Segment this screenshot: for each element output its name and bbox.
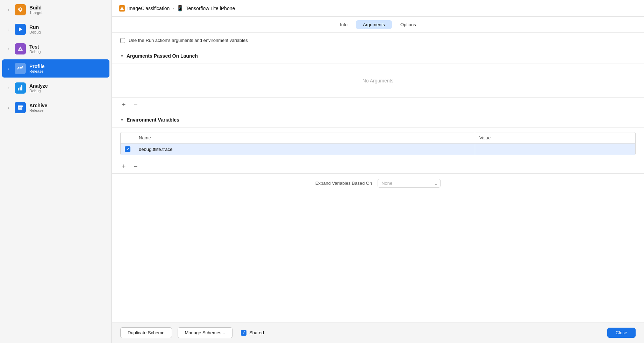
sidebar-item-analyze[interactable]: › Analyze Debug <box>2 79 109 97</box>
profile-label: Profile <box>29 64 45 69</box>
sidebar-item-profile[interactable]: › Profile Release <box>2 59 109 78</box>
expand-vars-row: Expand Variables Based On None <box>112 174 644 192</box>
col-header-value: Value <box>475 132 635 144</box>
env-var-name[interactable]: debug.tflite.trace <box>135 144 475 155</box>
add-env-var-button[interactable]: + <box>120 163 127 170</box>
analyze-label: Analyze <box>29 83 48 89</box>
run-item-text: Run Debug <box>29 24 41 34</box>
env-vars-add-remove-row: + − <box>112 159 644 174</box>
profile-icon <box>15 63 26 74</box>
chevron-right-icon: › <box>6 8 11 12</box>
chevron-right-icon: › <box>6 28 11 31</box>
sidebar-item-run[interactable]: › Run Debug <box>2 20 109 38</box>
archive-sublabel: Release <box>29 108 47 112</box>
arguments-section-header[interactable]: ▼ Arguments Passed On Launch <box>112 48 644 64</box>
shared-wrapper: Shared <box>241 330 264 336</box>
chevron-right-icon: › <box>6 47 11 51</box>
svg-rect-6 <box>21 86 22 90</box>
breadcrumb-scheme-name[interactable]: Tensorflow Lite iPhone <box>186 6 235 11</box>
arguments-chevron-icon: ▼ <box>120 54 124 58</box>
tabs-bar: Info Arguments Options <box>112 17 644 33</box>
iphone-icon: 📱 <box>177 5 184 12</box>
build-icon <box>15 4 26 15</box>
remove-env-var-button[interactable]: − <box>132 163 139 170</box>
env-vars-table-wrapper: Name Value debug.tflite.trace <box>112 132 644 155</box>
arguments-section-title: Arguments Passed On Launch <box>127 53 198 59</box>
expand-vars-label: Expand Variables Based On <box>315 181 372 186</box>
sidebar-item-build[interactable]: › Build 1 target <box>2 1 109 19</box>
profile-item-text: Profile Release <box>29 64 45 73</box>
archive-label: Archive <box>29 103 47 108</box>
no-arguments-label: No Arguments <box>112 64 644 98</box>
project-icon <box>119 5 125 12</box>
profile-sublabel: Release <box>29 69 45 73</box>
breadcrumb-separator: › <box>172 6 174 11</box>
run-icon <box>15 24 26 35</box>
duplicate-scheme-button[interactable]: Duplicate Scheme <box>120 327 172 338</box>
footer: Duplicate Scheme Manage Schemes... Share… <box>112 322 644 343</box>
breadcrumb-project-name[interactable]: ImageClassification <box>127 6 170 11</box>
run-action-checkbox[interactable] <box>120 38 125 43</box>
run-action-checkbox-row: Use the Run action's arguments and envir… <box>112 33 644 48</box>
env-row-checkbox-cell <box>121 144 135 155</box>
tab-options[interactable]: Options <box>393 20 423 29</box>
analyze-icon <box>15 82 26 94</box>
build-item-text: Build 1 target <box>29 5 42 15</box>
test-item-text: Test Debug <box>29 44 41 54</box>
env-vars-section-header[interactable]: ▼ Environment Variables <box>112 112 644 128</box>
run-label: Run <box>29 24 41 30</box>
chevron-right-icon: › <box>6 86 11 90</box>
col-header-name: Name <box>135 132 475 144</box>
sidebar-item-test[interactable]: › Test Debug <box>2 40 109 58</box>
breadcrumb: ImageClassification › 📱 Tensorflow Lite … <box>112 0 644 17</box>
analyze-sublabel: Debug <box>29 89 48 93</box>
arguments-section: ▼ Arguments Passed On Launch No Argument… <box>112 48 644 112</box>
test-icon <box>15 43 26 54</box>
chevron-right-icon: › <box>6 67 11 71</box>
svg-rect-0 <box>20 8 21 10</box>
archive-icon <box>15 102 26 113</box>
test-sublabel: Debug <box>29 50 41 54</box>
archive-item-text: Archive Release <box>29 103 47 112</box>
env-vars-section: ▼ Environment Variables Name Value <box>112 112 644 174</box>
shared-checkbox[interactable] <box>241 330 246 336</box>
svg-point-3 <box>20 49 21 50</box>
content-area: Use the Run action's arguments and envir… <box>112 33 644 322</box>
chevron-right-icon: › <box>6 106 11 110</box>
arguments-add-remove-row: + − <box>112 98 644 112</box>
env-vars-table-container: Name Value debug.tflite.trace <box>120 132 636 155</box>
svg-marker-1 <box>19 27 22 31</box>
table-row[interactable]: debug.tflite.trace <box>121 144 635 155</box>
env-vars-chevron-icon: ▼ <box>120 118 124 122</box>
remove-argument-button[interactable]: − <box>132 101 139 108</box>
svg-marker-11 <box>120 7 124 10</box>
svg-rect-8 <box>18 105 23 107</box>
breadcrumb-scheme: 📱 Tensorflow Lite iPhone <box>177 5 235 12</box>
main-content: ImageClassification › 📱 Tensorflow Lite … <box>112 0 644 343</box>
test-label: Test <box>29 44 41 50</box>
env-var-checkbox[interactable] <box>125 146 130 152</box>
run-sublabel: Debug <box>29 30 41 34</box>
env-var-value[interactable] <box>475 144 635 155</box>
env-vars-section-title: Environment Variables <box>127 117 179 123</box>
run-action-label: Use the Run action's arguments and envir… <box>129 38 248 43</box>
breadcrumb-project: ImageClassification <box>119 5 170 12</box>
env-vars-table: Name Value debug.tflite.trace <box>121 132 635 155</box>
analyze-item-text: Analyze Debug <box>29 83 48 93</box>
sidebar: › Build 1 target › Run <box>0 0 112 343</box>
svg-rect-10 <box>19 108 21 108</box>
manage-schemes-button[interactable]: Manage Schemes... <box>178 327 233 338</box>
build-sublabel: 1 target <box>29 10 42 15</box>
expand-vars-select[interactable]: None <box>378 179 441 188</box>
add-argument-button[interactable]: + <box>120 101 127 108</box>
sidebar-item-archive[interactable]: › Archive Release <box>2 98 109 117</box>
build-label: Build <box>29 5 42 10</box>
expand-vars-select-wrapper: None <box>378 179 441 188</box>
tab-info[interactable]: Info <box>333 20 355 29</box>
shared-label: Shared <box>249 330 264 335</box>
close-button[interactable]: Close <box>607 328 636 338</box>
col-header-checkbox <box>121 132 135 144</box>
tab-arguments[interactable]: Arguments <box>356 20 392 29</box>
